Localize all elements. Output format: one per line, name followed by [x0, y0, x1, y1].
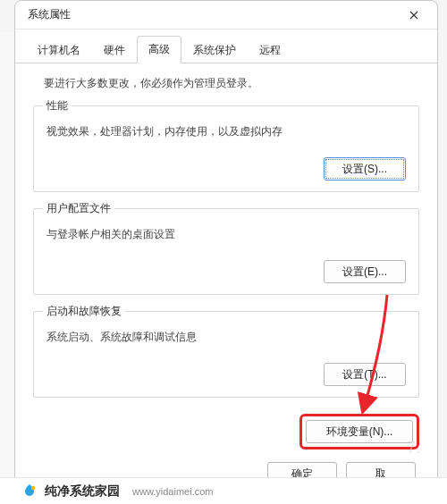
tab-content: 要进行大多数更改，你必须作为管理员登录。 性能 视觉效果，处理器计划，内存使用，…	[15, 63, 437, 494]
tab-system-protection[interactable]: 系统保护	[181, 37, 248, 63]
user-profiles-settings-button[interactable]: 设置(E)...	[324, 260, 406, 283]
tab-computer-name[interactable]: 计算机名	[26, 37, 92, 63]
environment-variables-row: 环境变量(N)...	[33, 414, 419, 449]
close-button[interactable]	[400, 4, 428, 26]
annotation-highlight: 环境变量(N)...	[299, 414, 419, 449]
group-user-profiles: 用户配置文件 与登录帐户相关的桌面设置 设置(E)...	[33, 208, 419, 295]
tab-advanced[interactable]: 高级	[137, 36, 181, 63]
close-icon	[409, 11, 418, 20]
startup-recovery-settings-button[interactable]: 设置(T)...	[324, 363, 406, 386]
group-startup-recovery-title: 启动和故障恢复	[43, 304, 125, 319]
system-properties-dialog: 系统属性 计算机名 硬件 高级 系统保护 远程 要进行大多数更改，你必须作为管理…	[14, 0, 438, 504]
group-startup-recovery-desc: 系统启动、系统故障和调试信息	[46, 330, 406, 345]
group-performance: 性能 视觉效果，处理器计划，内存使用，以及虚拟内存 设置(S)...	[33, 105, 419, 192]
tab-bar: 计算机名 硬件 高级 系统保护 远程	[15, 29, 437, 63]
footer-url: www.yidaimei.com	[132, 486, 213, 497]
tab-remote[interactable]: 远程	[248, 37, 292, 63]
titlebar: 系统属性	[15, 1, 437, 29]
svg-point-0	[31, 485, 35, 489]
group-user-profiles-title: 用户配置文件	[43, 201, 114, 216]
performance-settings-button[interactable]: 设置(S)...	[324, 157, 406, 181]
footer-brand: 纯净系统家园	[45, 483, 120, 500]
admin-notice: 要进行大多数更改，你必须作为管理员登录。	[33, 76, 419, 91]
group-startup-recovery: 启动和故障恢复 系统启动、系统故障和调试信息 设置(T)...	[33, 311, 419, 398]
dialog-title: 系统属性	[28, 7, 71, 22]
tab-hardware[interactable]: 硬件	[92, 37, 137, 63]
group-user-profiles-desc: 与登录帐户相关的桌面设置	[46, 227, 406, 242]
page-footer: 纯净系统家园 www.yidaimei.com	[0, 477, 447, 504]
group-performance-title: 性能	[43, 98, 72, 113]
footer-logo-icon	[21, 483, 38, 500]
group-performance-desc: 视觉效果，处理器计划，内存使用，以及虚拟内存	[46, 124, 406, 139]
environment-variables-button[interactable]: 环境变量(N)...	[306, 420, 413, 443]
